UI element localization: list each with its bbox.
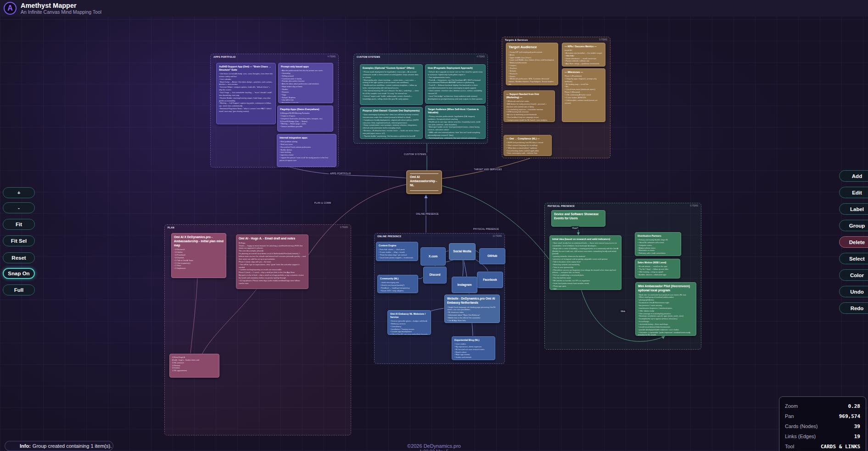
card-title: Flagship Apps (Demo Everywhere) <box>280 108 330 111</box>
card-title: Omi AI X DeDynamics.pro - Ambassadorship… <box>174 235 224 247</box>
card-custom-purpose[interactable]: Purpose (Omi-Owned / Custom Omi Deployme… <box>360 107 423 139</box>
card-title: Discord <box>429 273 440 277</box>
undo-button[interactable]: Undo <box>839 286 868 297</box>
group-label: PHYSICAL PRESENCE <box>548 205 575 207</box>
edge-label-online-presence[interactable]: ONLINE PRESENCE <box>414 212 440 216</box>
card-website[interactable]: Website - DeDynamics.pro Omi AI Embassy … <box>444 295 500 323</box>
card-title: How (Pragmatic Deployment Approach) <box>428 67 483 70</box>
card-experiential-blog[interactable]: Experiential Blog (NL) • Case studies • … <box>452 336 495 360</box>
edge-label-how[interactable]: How? <box>571 226 580 230</box>
card-milestones[interactable]: — Milestones — Phase 1 (Foundation) • 2 … <box>562 68 605 122</box>
stat-pan: Pan 969,574 <box>785 411 860 421</box>
card-social-media[interactable]: Social Media <box>449 243 476 260</box>
card-body: • Single Dutch-language site landing pag… <box>447 306 497 322</box>
edit-button[interactable]: Edit <box>839 187 868 198</box>
stat-cards: Cards (Nodes) 39 <box>785 421 860 431</box>
snap-toggle-button[interactable]: Snap On <box>3 268 35 279</box>
card-compliance[interactable]: — Omi → Compliance (NL) — • GDPR-led pos… <box>504 135 552 156</box>
card-target-audience[interactable]: Target Audience • Young ZZP (self-employ… <box>506 43 558 85</box>
add-button[interactable]: Add <box>839 170 868 182</box>
group-apps-portfolio[interactable]: APPS PORTFOLIO 4 ITEMS AuDHD Support App… <box>210 54 339 167</box>
card-body: Install NL! • Activation rate (installed… <box>565 49 603 65</box>
card-flagship-apps[interactable]: Flagship Apps (Demo Everywhere) 1) Bilin… <box>277 106 333 132</box>
node-omi-ambassadorship[interactable]: Omi AI Ambassadorship - NL <box>406 170 442 194</box>
card-showcase-events[interactable]: Device and Software Showcase Events for … <box>551 210 605 227</box>
label-button[interactable]: Label <box>839 203 868 215</box>
title-block: Amethyst Mapper An Infinite Canvas Mind … <box>21 2 101 15</box>
group-online-presence[interactable]: ONLINE PRESENCE 11 ITEMS Content Engine … <box>374 233 505 364</box>
group-physical-presence[interactable]: PHYSICAL PRESENCE 5 ITEMS Device and Sof… <box>544 203 701 350</box>
card-instagram[interactable]: Instagram <box>452 277 477 293</box>
fit-selection-button[interactable]: Fit Sel <box>3 235 35 246</box>
card-title: Initial idea (based on research and vali… <box>552 238 619 241</box>
card-plan-checklist[interactable]: ☑ Email hugo A [Draft] - hugo's - finali… <box>169 354 219 378</box>
zoom-out-button[interactable]: - <box>3 202 35 213</box>
reset-button[interactable]: Reset <box>3 252 35 263</box>
zoom-in-button[interactable]: + <box>3 187 35 198</box>
card-body: • Real problem solving • Real use cases … <box>280 140 334 162</box>
card-discord[interactable]: Discord <box>423 267 447 284</box>
card-initial-idea[interactable]: Initial idea (based on research and vali… <box>549 235 622 290</box>
card-prompt-only-apps[interactable]: Prompt-only based apps • Also for profes… <box>278 63 333 103</box>
card-xcom[interactable]: X.com <box>420 247 446 266</box>
group-plan[interactable]: PLAN 3 ITEMS Omi AI X DeDynamics.pro - A… <box>164 224 351 435</box>
card-custom-examples[interactable]: Examples (Optional "Custom System" Offer… <box>360 64 423 105</box>
card-title: — Support Needed from Omi (Marketing) — <box>506 93 552 99</box>
card-body: • Data hub: stories → short posts • 3 ca… <box>379 248 415 259</box>
edge-label-idea[interactable]: Idea <box>619 309 627 313</box>
card-distribution-partners[interactable]: Distribution Partners • Primary and main… <box>635 232 681 256</box>
info-prefix: Info: <box>20 443 31 449</box>
card-facebook[interactable]: Facebook <box>477 272 503 288</box>
card-body: • Default: don't upgrade on mood; start … <box>428 71 483 100</box>
group-custom-systems[interactable]: CUSTOM SYSTEMS 4 ITEMS Examples (Optiona… <box>353 54 488 144</box>
card-title: Experiential Blog (NL) <box>454 339 493 342</box>
card-mini-ambassador-pilot[interactable]: Mini Ambassador Pilot (Heerenveen) optio… <box>635 282 696 336</box>
card-body: ☑ Email hugo A [Draft] - hugo's - finali… <box>172 356 217 372</box>
card-community-nl[interactable]: Community (NL) ...mono messaging now • U… <box>377 275 418 293</box>
select-button[interactable]: Select <box>839 253 868 264</box>
edge-label-physical-presence[interactable]: PHYSICAL PRESENCE <box>472 228 500 231</box>
card-audhd-app[interactable]: AuDHD Support App (Omi) — "Brain Chaos →… <box>216 63 276 124</box>
card-title: — Omi → Compliance (NL) — <box>506 137 549 140</box>
stat-label: Tool <box>785 444 794 449</box>
edge-label-target-services[interactable]: TARGET AND SERVICES <box>473 168 504 171</box>
card-custom-how[interactable]: How (Pragmatic Deployment Approach) • De… <box>425 64 486 104</box>
full-button[interactable]: Full <box>3 284 35 295</box>
card-title: Facebook <box>483 278 497 282</box>
card-title: AuDHD Support App (Omi) — "Brain Chaos →… <box>219 65 273 72</box>
card-internal-integration-apps[interactable]: Internal integration apps • Real problem… <box>277 134 336 167</box>
edge-label-plan-comm[interactable]: PLAN & COMM <box>313 201 333 205</box>
card-github[interactable]: GitHub <box>479 248 505 264</box>
stat-links: Links (Edges) 19 <box>785 431 860 441</box>
card-title: Community (NL) <box>380 277 415 280</box>
stat-value: CARDS & LINKS <box>821 444 860 450</box>
stat-label: Links (Edges) <box>785 434 816 439</box>
redo-button[interactable]: Redo <box>839 302 868 314</box>
delete-button[interactable]: Delete <box>839 236 868 248</box>
card-email-draft[interactable]: Omi AI - Hugo A. - Email draft and notes… <box>236 234 308 289</box>
edge-label-apps-portfolio[interactable]: APPS PORTFOLIO <box>329 172 353 175</box>
card-title: Omi AI - Hugo A. - Email draft and notes <box>239 237 306 241</box>
footer-build: 1:00:02 May 5 <box>0 449 868 451</box>
card-custom-target-audience[interactable]: Target Audience (When Self-Host / Custom… <box>425 106 486 139</box>
logo-a-icon: A <box>7 4 13 12</box>
group-button[interactable]: Group <box>839 220 868 231</box>
card-kpis[interactable]: — KPIs / Success Metrics — Install NL! •… <box>562 43 605 67</box>
card-sales-motion[interactable]: Sales Motion (NSB Level) • NL with demos… <box>635 259 680 278</box>
edge-label-custom-systems[interactable]: CUSTOM SYSTEMS. <box>403 153 428 156</box>
card-title: Prompt-only based apps <box>281 65 330 68</box>
fit-button[interactable]: Fit <box>3 219 35 230</box>
node-title: Omi AI Ambassadorship - NL <box>410 175 438 188</box>
stat-zoom: Zoom 0.28 <box>785 401 860 411</box>
card-title: Purpose (Omi-Owned / Custom Omi Deployme… <box>363 109 420 112</box>
card-content-engine[interactable]: Content Engine • Data hub: stories → sho… <box>376 242 418 261</box>
color-button[interactable]: Color <box>839 269 868 281</box>
group-targets-services[interactable]: Targets & Services 5 ITEMS Target Audien… <box>502 37 610 158</box>
card-body: • Devices (preorder gloves + badges with… <box>390 320 428 335</box>
card-initial-plan-mindmap[interactable]: Omi AI X DeDynamics.pro - Ambassadorship… <box>171 233 226 278</box>
card-support-needed[interactable]: — Support Needed from Omi (Marketing) — … <box>504 90 555 122</box>
card-body: • Primary and mainly flexible shops NL •… <box>638 239 678 255</box>
footer-copyright: ©2026 DeDynamics.pro <box>0 443 868 449</box>
card-webstore[interactable]: Omi AI Embassy NL Webstore / Service • D… <box>387 310 431 335</box>
group-label: CUSTOM SYSTEMS <box>357 56 380 58</box>
